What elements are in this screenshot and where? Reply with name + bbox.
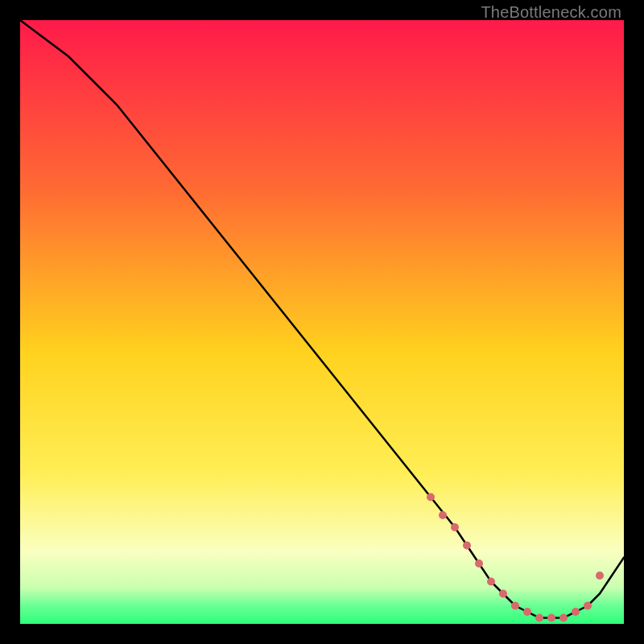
highlight-dot (547, 614, 555, 622)
highlight-dot (451, 523, 459, 531)
bottleneck-curve (20, 20, 624, 618)
highlight-dot (559, 614, 568, 622)
highlight-dot (475, 559, 483, 568)
chart-frame: TheBottleneck.com (0, 0, 644, 644)
curve-layer (20, 20, 624, 624)
highlight-dot (523, 608, 531, 616)
highlight-dot (535, 614, 543, 622)
watermark-text: TheBottleneck.com (481, 3, 621, 22)
highlight-dot (596, 572, 604, 580)
highlight-dot (584, 602, 592, 610)
highlight-dot (499, 590, 507, 598)
highlight-dot (572, 608, 580, 616)
plot-area (20, 20, 624, 624)
highlight-dot (439, 511, 447, 519)
highlight-dot (487, 578, 495, 586)
highlight-dot (511, 602, 519, 610)
highlight-dot (463, 542, 471, 550)
highlight-dot (427, 493, 435, 502)
